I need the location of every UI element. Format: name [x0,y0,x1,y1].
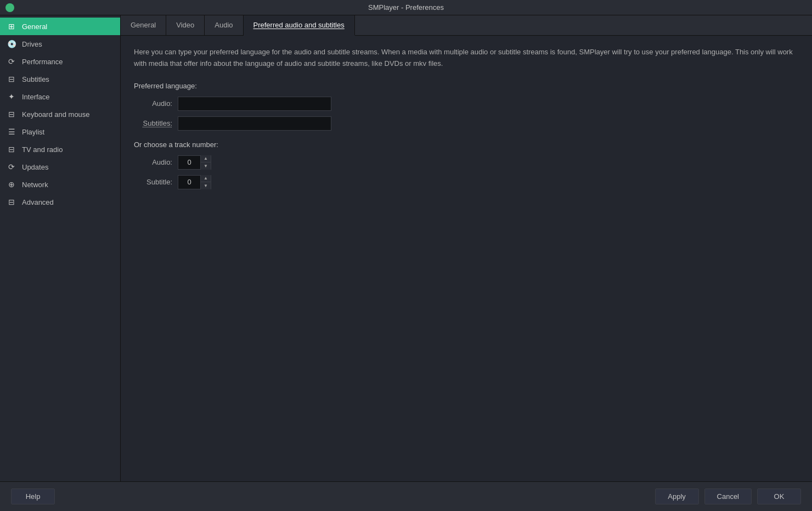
sidebar-item-playlist[interactable]: ☰ Playlist [0,123,120,141]
or-choose-label: Or choose a track number: [134,141,799,149]
sidebar-item-general[interactable]: ⊞ General [0,18,120,35]
advanced-icon: ⊟ [7,197,16,207]
sidebar-label-performance: Performance [22,58,63,66]
sidebar-item-subtitles[interactable]: ⊟ Subtitles [0,70,120,88]
sidebar-label-interface: Interface [22,93,50,101]
sidebar-label-updates: Updates [22,163,48,171]
audio-spinbox: ▲ ▼ [178,155,211,170]
sidebar-item-tv-radio[interactable]: ⊟ TV and radio [0,141,120,158]
sidebar-item-keyboard[interactable]: ⊟ Keyboard and mouse [0,105,120,123]
tab-video[interactable]: Video [166,15,205,35]
track-subtitle-label: Subtitle: [134,178,178,186]
right-panel: General Video Audio Preferred audio and … [121,15,812,481]
app-icon [5,3,14,12]
subtitles-icon: ⊟ [7,74,16,84]
performance-icon: ⟳ [7,57,16,66]
general-icon: ⊞ [7,21,16,31]
audio-input[interactable] [178,97,331,111]
audio-track-row: Audio: ▲ ▼ [134,155,799,170]
sidebar-label-playlist: Playlist [22,128,44,136]
sidebar-item-network[interactable]: ⊕ Network [0,176,120,193]
sidebar-label-advanced: Advanced [22,198,54,206]
sidebar-item-advanced[interactable]: ⊟ Advanced [0,193,120,211]
subtitle-track-row: Subtitle: ▲ ▼ [134,175,799,189]
audio-field-label: Audio: [134,99,178,108]
track-section: Or choose a track number: Audio: ▲ ▼ Sub… [134,141,799,189]
help-button[interactable]: Help [11,488,55,504]
track-audio-label: Audio: [134,158,178,166]
sidebar-item-updates[interactable]: ⟳ Updates [0,158,120,176]
tab-bar: General Video Audio Preferred audio and … [121,15,812,36]
audio-track-up[interactable]: ▲ [201,155,211,162]
audio-track-down[interactable]: ▼ [201,162,211,170]
keyboard-icon: ⊟ [7,109,16,119]
tab-audio[interactable]: Audio [205,15,243,35]
bottom-bar: Help Apply Cancel OK [0,481,812,511]
audio-track-input[interactable] [178,158,200,166]
titlebar: SMPlayer - Preferences [0,0,812,15]
window-title: SMPlayer - Preferences [368,3,444,12]
sidebar-label-subtitles: Subtitles [22,75,49,83]
sidebar-item-interface[interactable]: ✦ Interface [0,88,120,105]
ok-button[interactable]: OK [757,488,801,504]
sidebar-item-drives[interactable]: 💿 Drives [0,35,120,53]
tab-preferred[interactable]: Preferred audio and subtitles [244,15,355,36]
sidebar-label-general: General [22,23,47,31]
network-icon: ⊕ [7,179,16,189]
tv-radio-icon: ⊟ [7,144,16,154]
sidebar-label-keyboard: Keyboard and mouse [22,110,90,119]
drives-icon: 💿 [7,39,16,49]
subtitle-track-input[interactable] [178,178,200,186]
main-content: ⊞ General 💿 Drives ⟳ Performance ⊟ Subti… [0,15,812,481]
sidebar-item-performance[interactable]: ⟳ Performance [0,53,120,70]
preferred-language-label: Preferred language: [134,82,799,90]
subtitles-row: Subtitles: [134,116,799,131]
cancel-button[interactable]: Cancel [704,488,752,504]
sidebar-label-network: Network [22,181,48,189]
subtitles-field-label: Subtitles: [134,119,178,127]
subtitle-track-up[interactable]: ▲ [201,175,211,182]
description-text: Here you can type your preferred languag… [134,47,799,70]
subtitles-input[interactable] [178,116,331,131]
audio-row: Audio: [134,97,799,111]
subtitle-spinbox: ▲ ▼ [178,175,211,189]
updates-icon: ⟳ [7,162,16,172]
sidebar-label-drives: Drives [22,40,42,48]
subtitle-track-down[interactable]: ▼ [201,182,211,189]
playlist-icon: ☰ [7,127,16,137]
tab-general[interactable]: General [121,15,166,35]
sidebar-label-tv-radio: TV and radio [22,145,63,154]
tab-content-preferred: Here you can type your preferred languag… [121,36,812,481]
sidebar: ⊞ General 💿 Drives ⟳ Performance ⊟ Subti… [0,15,121,481]
apply-button[interactable]: Apply [655,488,699,504]
interface-icon: ✦ [7,92,16,102]
